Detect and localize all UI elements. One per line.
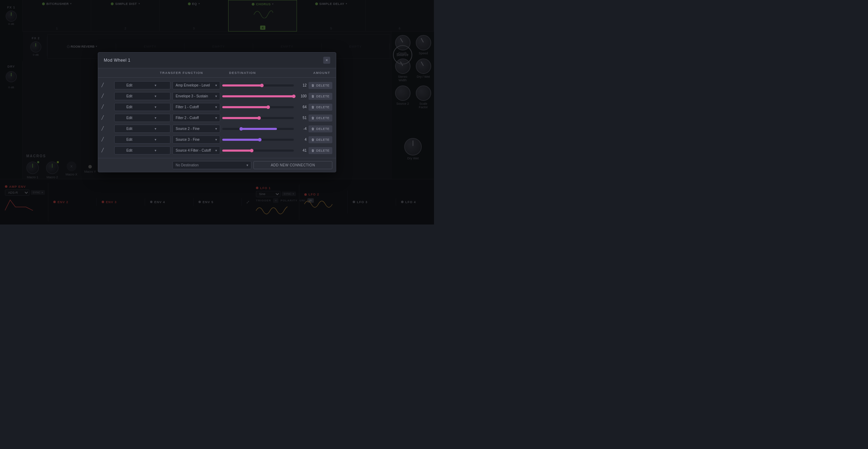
dest-arrow-6: ▾ [215,148,217,152]
col-amount-header: AMOUNT [313,71,331,75]
dest-dropdown-4[interactable]: Source 2 - Fine ▾ [172,125,220,133]
tf-line-5: / [102,136,112,143]
modal-close-button[interactable]: × [323,57,330,64]
edit-dropdown-2[interactable]: Edit ▾ [114,103,170,111]
amount-value-0: 12 [297,83,306,87]
modal-footer: No Destination ▾ ADD NEW CONNECTION [98,158,336,172]
edit-dropdown-0[interactable]: Edit ▾ [114,81,170,89]
dest-arrow-2: ▾ [215,105,217,109]
dest-dropdown-2[interactable]: Filter 1 - Cutoff ▾ [172,103,220,111]
slider-track-6[interactable] [222,150,294,152]
edit-dropdown-3[interactable]: Edit ▾ [114,114,170,122]
slider-track-4[interactable] [222,128,294,130]
trash-icon-4: 🗑 [311,127,315,131]
no-dest-text: No Destination [176,163,199,167]
delete-btn-6[interactable]: 🗑 DELETE [308,147,332,154]
slider-track-3[interactable] [222,117,294,119]
dest-text-5: Source 3 - Fine [176,138,215,141]
dest-arrow-4: ▾ [215,127,217,131]
tf-line-1: / [102,92,112,100]
dest-text-3: Filter 2 - Cutoff [176,116,215,120]
tf-line-0: / [102,82,112,89]
edit-dropdown-5[interactable]: Edit ▾ [114,136,170,144]
edit-dropdown-1[interactable]: Edit ▾ [114,92,170,100]
col-tf-header: TRANSFER FUNCTION [160,71,229,75]
dest-dropdown-0[interactable]: Amp Envelope - Level ▾ [172,81,220,89]
modal-overlay: Mod Wheel 1 × TRANSFER FUNCTION DESTINAT… [0,0,434,224]
slider-track-2[interactable] [222,106,294,108]
no-dest-arrow: ▾ [246,163,248,167]
edit-arrow-3: ▾ [143,116,167,120]
tf-line-2: / [102,103,112,111]
amount-area-3: 51 [222,116,306,120]
dest-text-2: Filter 1 - Cutoff [176,105,215,109]
edit-arrow-1: ▾ [143,94,167,98]
modal-title: Mod Wheel 1 [104,58,130,63]
slider-track-5[interactable] [222,139,294,141]
delete-btn-4[interactable]: 🗑 DELETE [308,125,332,132]
amount-value-1: 100 [297,94,306,98]
amount-area-1: 100 [222,94,306,98]
dest-dropdown-1[interactable]: Envelope 3 - Sustain ▾ [172,92,220,100]
modal-header: Mod Wheel 1 × [98,53,336,68]
add-connection-button[interactable]: ADD NEW CONNECTION [253,161,332,169]
amount-value-5: 4 [297,138,306,141]
edit-arrow-6: ▾ [143,148,167,152]
dest-text-6: Source 4 Filter - Cutoff [176,148,215,152]
dest-arrow-3: ▾ [215,116,217,120]
dest-arrow-5: ▾ [215,138,217,141]
amount-area-2: 64 [222,105,306,109]
delete-btn-5[interactable]: 🗑 DELETE [308,136,332,143]
delete-btn-3[interactable]: 🗑 DELETE [308,115,332,122]
mod-wheel-modal: Mod Wheel 1 × TRANSFER FUNCTION DESTINAT… [98,52,336,172]
tf-line-4: / [102,125,112,132]
modal-column-headers: TRANSFER FUNCTION DESTINATION AMOUNT [98,68,336,78]
amount-area-6: 41 [222,148,306,152]
amount-area-4: -4 [222,127,306,131]
modal-row-2: / Edit ▾ Filter 1 - Cutoff ▾ 64 🗑 DELETE [98,102,336,112]
modal-rows: / Edit ▾ Amp Envelope - Level ▾ 12 🗑 DEL… [98,78,336,158]
modal-row-1: / Edit ▾ Envelope 3 - Sustain ▾ 100 🗑 DE… [98,91,336,102]
dest-text-4: Source 2 - Fine [176,127,215,131]
dest-dropdown-5[interactable]: Source 3 - Fine ▾ [172,136,220,144]
modal-row-3: / Edit ▾ Filter 2 - Cutoff ▾ 51 🗑 DELETE [98,112,336,123]
slider-track-1[interactable] [222,95,294,97]
amount-value-4: -4 [297,127,306,131]
dest-text-1: Envelope 3 - Sustain [176,94,215,98]
trash-icon-6: 🗑 [311,149,315,152]
tf-line-6: / [102,147,112,154]
modal-row-4: / Edit ▾ Source 2 - Fine ▾ -4 🗑 DELETE [98,123,336,134]
edit-arrow-0: ▾ [143,83,167,87]
amount-value-3: 51 [297,116,306,120]
dest-arrow-1: ▾ [215,94,217,98]
no-dest-dropdown[interactable]: No Destination ▾ [172,161,251,169]
tf-line-3: / [102,114,112,122]
modal-row-5: / Edit ▾ Source 3 - Fine ▾ 4 🗑 DELETE [98,134,336,145]
edit-dropdown-6[interactable]: Edit ▾ [114,146,170,154]
edit-arrow-2: ▾ [143,105,167,109]
amount-value-2: 64 [297,105,306,109]
dest-text-0: Amp Envelope - Level [176,83,215,87]
amount-area-0: 12 [222,83,306,87]
delete-btn-0[interactable]: 🗑 DELETE [308,82,332,89]
edit-dropdown-4[interactable]: Edit ▾ [114,125,170,133]
modal-row-6: / Edit ▾ Source 4 Filter - Cutoff ▾ 41 🗑… [98,145,336,156]
dest-dropdown-6[interactable]: Source 4 Filter - Cutoff ▾ [172,146,220,154]
trash-icon-0: 🗑 [311,84,315,87]
trash-icon-1: 🗑 [311,95,315,98]
col-dest-header: DESTINATION [229,71,313,75]
amount-value-6: 41 [297,148,306,152]
trash-icon-5: 🗑 [311,138,315,141]
amount-area-5: 4 [222,138,306,141]
delete-btn-1[interactable]: 🗑 DELETE [308,93,332,100]
edit-arrow-5: ▾ [143,138,167,141]
trash-icon-3: 🗑 [311,116,315,120]
modal-row-0: / Edit ▾ Amp Envelope - Level ▾ 12 🗑 DEL… [98,80,336,91]
trash-icon-2: 🗑 [311,105,315,109]
dest-arrow-0: ▾ [215,83,217,87]
delete-btn-2[interactable]: 🗑 DELETE [308,104,332,111]
edit-arrow-4: ▾ [143,127,167,131]
dest-dropdown-3[interactable]: Filter 2 - Cutoff ▾ [172,114,220,122]
slider-track-0[interactable] [222,84,294,87]
